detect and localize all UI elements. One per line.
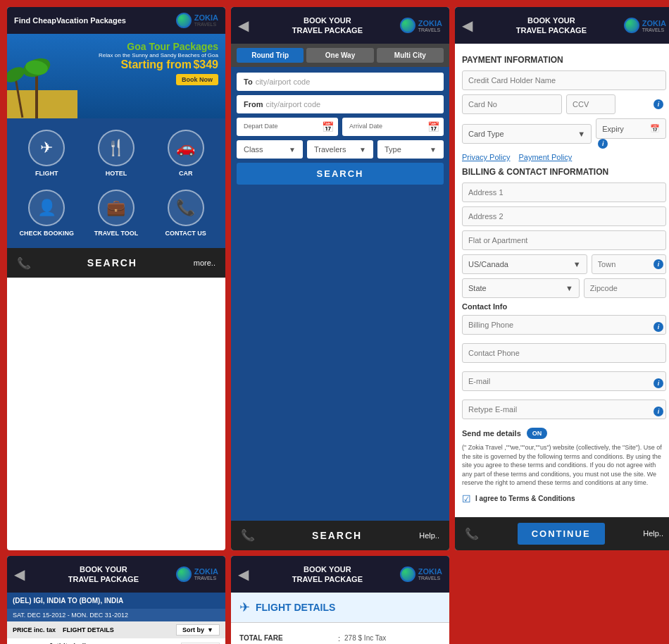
hero-banner: Goa Tour Packages Relax on the Sunny and…	[7, 34, 225, 118]
email-wrapper: i	[462, 371, 666, 395]
country-arrow-icon: ▼	[573, 260, 581, 268]
back-arrow-icon[interactable]: ◀	[238, 17, 255, 34]
back-arrow5-icon[interactable]: ◀	[238, 566, 255, 583]
flight-icon-item[interactable]: ✈ FLIGHT	[13, 124, 81, 182]
contact-us-icon-item[interactable]: 📞 CONTACT US	[151, 184, 220, 242]
payment-policy-link[interactable]: Payment Policy	[518, 153, 572, 161]
hero-title: Goa Tour Packages	[99, 41, 218, 52]
colon0: :	[338, 634, 340, 643]
arrival-label: Arrival Date	[349, 123, 437, 130]
flight-details-table: TOTAL FARE : 278 $ Inc Tax FROM CITY : D…	[231, 623, 449, 644]
panel2-help-btn[interactable]: Help..	[419, 531, 439, 540]
arrival-date-field[interactable]: Arrival Date 📅	[342, 118, 444, 136]
to-placeholder: city/airport code	[256, 78, 311, 86]
privacy-policy-link[interactable]: Privacy Policy	[462, 153, 510, 161]
car-icon-item[interactable]: 🚗 CAR	[151, 124, 220, 182]
panel3-help-btn[interactable]: Help..	[643, 529, 663, 538]
hero-price-value: $349	[193, 58, 218, 70]
book-now-button[interactable]: Book Now	[176, 74, 218, 85]
flat-input[interactable]	[462, 230, 666, 250]
depart-label: Depart Date	[244, 123, 331, 130]
policy-links: Privacy Policy Payment Policy	[462, 153, 666, 161]
retype-email-info-icon[interactable]: i	[654, 407, 663, 416]
state-select[interactable]: State ▼	[462, 278, 580, 298]
to-field[interactable]: To city/airport code	[237, 73, 444, 91]
checkbox-icon: ☑	[462, 493, 471, 504]
phone3-icon: 📞	[465, 527, 479, 540]
travelers-select[interactable]: Travelers ▼	[307, 140, 373, 159]
flight-details-title: FLIGHT DETAILS	[256, 602, 335, 613]
panel1-logo: ZOKIA TRAVELS	[176, 13, 218, 28]
zipcode-input[interactable]	[584, 278, 666, 298]
agree-checkbox-row[interactable]: ☑ I agree to Terms & Conditions	[462, 493, 666, 504]
search-button[interactable]: SEARCH	[237, 163, 444, 185]
check-booking-label: CHECK BOOKING	[20, 230, 75, 237]
contact-phone-wrapper	[462, 343, 666, 367]
billing-phone-info-icon[interactable]: i	[654, 322, 663, 332]
back-arrow4-icon[interactable]: ◀	[14, 566, 31, 583]
state-arrow-icon: ▼	[565, 284, 573, 292]
contact-us-label: CONTACT US	[165, 230, 206, 237]
email-input[interactable]	[462, 371, 666, 391]
panel1-bottom-bar: 📞 SEARCH more..	[7, 248, 225, 278]
contact-us-circle-icon: 📞	[168, 190, 204, 226]
panel4-header-title: BOOK YOUR TRAVEL PACKAGE	[31, 564, 176, 585]
billing-phone-wrapper: i	[462, 315, 666, 339]
tab-one-way[interactable]: One Way	[306, 48, 373, 63]
travel-tool-icon-item[interactable]: 💼 TRAVEL TOOL	[82, 184, 151, 242]
panel1-title: Find CheapVacation Packages	[14, 16, 126, 25]
billing-section-title: BILLING & CONTACT INFORMATION	[462, 167, 666, 177]
phone2-icon: 📞	[241, 528, 255, 542]
hero-overlay: Goa Tour Packages Relax on the Sunny and…	[99, 41, 218, 85]
back-arrow3-icon[interactable]: ◀	[462, 17, 479, 34]
toggle-on-switch[interactable]: ON	[527, 428, 548, 439]
sort-dropdown[interactable]: Sort by ▼	[176, 624, 220, 636]
car-label: CAR	[179, 170, 193, 177]
ccv-input[interactable]	[566, 94, 615, 114]
phone-icon: 📞	[17, 256, 31, 270]
ccv-info-icon[interactable]: i	[654, 99, 663, 109]
sort-row: PRICE inc. tax FLIGHT DETAILS Sort by ▼	[7, 621, 225, 638]
retype-email-input[interactable]	[462, 400, 666, 419]
country-select[interactable]: US/Canada ▼	[462, 254, 587, 274]
address2-input[interactable]	[462, 206, 666, 226]
card-no-ccv-row: i	[462, 94, 666, 114]
card-no-input[interactable]	[462, 94, 562, 114]
sort-dropdown-icon: ▼	[207, 626, 213, 633]
address1-input[interactable]	[462, 182, 666, 202]
continue-button[interactable]: CONTINUE	[518, 523, 605, 545]
town-info-icon[interactable]: i	[654, 259, 663, 269]
expiry-select[interactable]: Expiry 📅	[596, 118, 666, 139]
table-row[interactable]: › 278$ JetLite India Flight 4105 73G mor…	[7, 638, 225, 644]
hotel-icon-item[interactable]: 🍴 HOTEL	[82, 124, 151, 182]
from-field[interactable]: From city/airport code	[237, 95, 444, 113]
type-select[interactable]: Type ▼	[377, 140, 444, 159]
logo-globe3-icon	[624, 18, 639, 33]
town-wrapper: i	[592, 254, 666, 274]
search-button[interactable]: SEARCH	[87, 257, 137, 268]
contact-section-title: Contact Info	[462, 302, 666, 311]
email-info-icon[interactable]: i	[654, 378, 663, 388]
check-booking-icon-item[interactable]: 👤 CHECK BOOKING	[13, 184, 81, 242]
col-details-label: FLIGHT DETAILS	[63, 626, 114, 633]
logo-globe4-icon	[176, 566, 192, 582]
contact-phone-input[interactable]	[462, 343, 666, 363]
card-type-select[interactable]: Card Type ▼	[462, 124, 592, 144]
tab-round-trip[interactable]: Round Trip	[237, 48, 304, 63]
more-link[interactable]: more..	[194, 259, 215, 267]
expiry-info-icon[interactable]: i	[598, 139, 608, 149]
panel-book-travel-search: ◀ BOOK YOUR TRAVEL PACKAGE ZOKIA TRAVELS…	[231, 7, 449, 550]
country-town-row: US/Canada ▼ i	[462, 254, 666, 274]
card-type-label: Card Type	[468, 130, 504, 138]
retype-email-wrapper: i	[462, 400, 666, 423]
class-select[interactable]: Class ▼	[237, 140, 303, 159]
card-holder-input[interactable]	[462, 70, 666, 90]
depart-date-field[interactable]: Depart Date 📅	[237, 118, 338, 136]
billing-phone-input[interactable]	[462, 315, 666, 335]
class-dropdown-icon: ▼	[289, 146, 296, 154]
palm-trees-icon	[7, 48, 77, 118]
panel2-search-btn[interactable]: SEARCH	[312, 530, 362, 541]
brand-name: ZOKIA TRAVELS	[194, 14, 218, 27]
type-label: Type	[384, 145, 401, 154]
tab-multi-city[interactable]: Multi City	[377, 48, 444, 63]
